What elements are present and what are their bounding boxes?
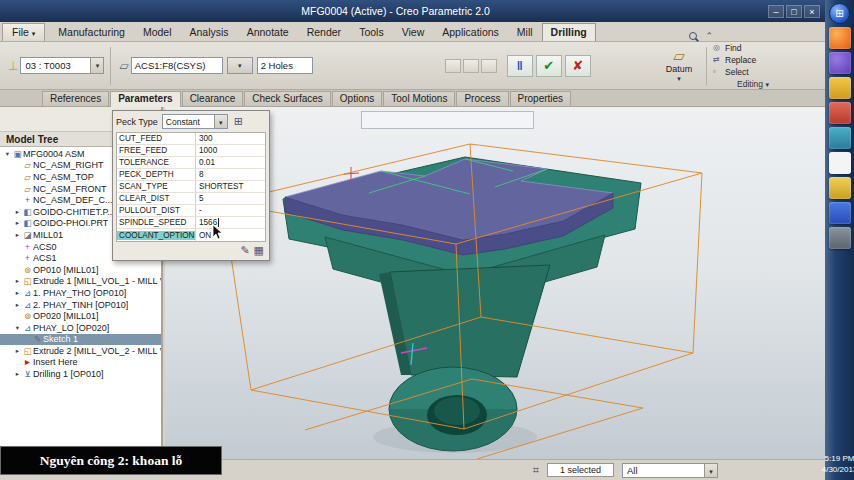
expand-arrow-icon[interactable]: ▸ [13,208,22,216]
parameter-row[interactable]: SCAN_TYPE SHORTEST [117,181,265,193]
v-app-icon[interactable] [829,202,851,224]
param-editor-icon[interactable]: ✎ [240,244,249,257]
display-style-icon[interactable] [448,113,464,127]
expand-arrow-icon[interactable]: ▸ [13,231,22,239]
utility-app-icon[interactable] [829,227,851,249]
pause-button[interactable]: ‖ [507,55,533,77]
ribbon-tab[interactable]: Mill [508,23,542,41]
parameter-value[interactable]: 1566 [195,217,265,228]
reference-type-combo[interactable]: ▾ [227,57,253,74]
ribbon-tab[interactable]: Tools [350,23,393,41]
ribbon-tab[interactable]: Annotate [238,23,298,41]
saved-views-icon[interactable] [516,113,532,127]
expand-arrow-icon[interactable]: ▸ [13,277,22,285]
parameter-value[interactable]: 0.01 [195,157,265,168]
command-search-icon[interactable] [689,32,697,40]
tree-item[interactable]: ▸ ◱ Extrude 1 [MILL_VOL_1 - MILL VOLUM [0,276,161,288]
param-copy-icon[interactable]: ▦ [254,244,264,257]
tree-item[interactable]: ▸ ⊿ 1. PHAY_THO [OP010] [0,287,161,299]
ribbon-tab[interactable]: Model [134,23,181,41]
expand-arrow-icon[interactable]: ▸ [13,370,22,378]
parameter-row[interactable]: TOLERANCE 0.01 [117,157,265,169]
parameter-row[interactable]: FREE_FEED 1000 [117,145,265,157]
expand-arrow-icon[interactable]: ▸ [13,219,22,227]
expand-arrow-icon[interactable]: ▾ [13,324,22,332]
ribbon-tab[interactable]: Manufacturing [49,23,134,41]
tree-item[interactable]: ✎ Sketch 1 [0,334,161,346]
parameter-value[interactable]: 300 [195,133,265,144]
ribbon-tab[interactable]: Applications [433,23,508,41]
parameter-row[interactable]: CLEAR_DIST 5 [117,193,265,205]
parameter-value[interactable]: 1000 [195,145,265,156]
holes-collector-field[interactable]: 2 Holes [257,57,313,74]
expand-arrow-icon[interactable]: ▸ [13,347,22,355]
dashboard-tab[interactable]: Properties [510,91,572,106]
parameter-value[interactable]: - [195,205,265,216]
dashboard-tab[interactable]: Parameters [110,91,180,107]
tree-item[interactable]: ▾ ⊿ PHAY_LO [OP020] [0,322,161,334]
media-player-icon[interactable] [829,52,851,74]
taskbar-clock[interactable]: 5:19 PM 4/30/2013 [822,454,854,476]
parameter-value[interactable]: 8 [195,169,265,180]
messenger-icon[interactable] [829,127,851,149]
tree-item[interactable]: ▸ ◱ Extrude 2 [MILL_VOL_2 - MILL VOLUM [0,345,161,357]
file-menu-button[interactable]: File ▾ [2,23,45,41]
editing-command[interactable]: ◎ Find [713,42,793,54]
maximize-button[interactable]: □ [786,5,802,18]
gouge-check-icon[interactable] [463,59,479,73]
start-button[interactable]: ⊞ [829,3,850,24]
filter-combo[interactable]: All ▾ [622,463,718,478]
cl-data-icon[interactable] [445,59,461,73]
repaint-icon[interactable] [414,113,430,127]
datum-display-icon[interactable] [465,113,481,127]
photos-icon[interactable] [829,77,851,99]
tree-item[interactable]: ▸ ⊻ Drilling 1 [OP010] [0,368,161,380]
dashboard-tab[interactable]: References [42,91,109,106]
parameter-value[interactable]: 5 [195,193,265,204]
refit-icon[interactable] [363,113,379,127]
dashboard-tab[interactable]: Options [332,91,382,106]
play-path-icon[interactable] [481,59,497,73]
ribbon-tab[interactable]: View [393,23,434,41]
dashboard-tab[interactable]: Check Surfaces [244,91,331,106]
tool-select-combo[interactable]: 03 : T0003 ▾ [20,57,104,74]
shading-icon[interactable] [431,113,447,127]
peck-type-combo[interactable]: Constant ▾ [162,114,228,129]
parameter-row[interactable]: COOLANT_OPTION ON [117,229,265,241]
firefox-icon[interactable] [829,27,851,49]
selection-filter-icon[interactable]: ⌗ [533,464,539,477]
parameter-value[interactable]: ON [195,229,265,241]
parameter-row[interactable]: CUT_FEED 300 [117,133,265,145]
ribbon-tab[interactable]: Render [298,23,350,41]
dashboard-tab[interactable]: Process [456,91,508,106]
parameter-row[interactable]: PECK_DEPTH 8 [117,169,265,181]
tree-item[interactable]: ⊚ OP010 [MILL01] [0,264,161,276]
tree-item[interactable]: ► Insert Here [0,357,161,369]
ribbon-tab[interactable]: Drilling [542,23,596,41]
csys-reference-field[interactable]: ACS1:F8(CSYS) [131,57,223,74]
parameter-row[interactable]: SPINDLE_SPEED 1566 [117,217,265,229]
param-grid-icon[interactable]: ⊞ [234,115,243,128]
editing-command[interactable]: ⇄ Replace [713,54,793,66]
ribbon-tab[interactable]: Analysis [181,23,238,41]
zoom-in-icon[interactable] [380,113,396,127]
datum-group-button[interactable]: ▱ Datum ▾ [658,48,700,82]
parameter-value[interactable]: SHORTEST [195,181,265,192]
expand-arrow-icon[interactable]: ▾ [3,150,12,158]
close-button[interactable]: × [804,5,820,18]
spin-center-icon[interactable] [482,113,498,127]
cancel-button[interactable]: ✘ [565,55,591,77]
parameter-row[interactable]: PULLOUT_DIST - [117,205,265,217]
ribbon-collapse-icon[interactable]: ⌃ [705,31,713,41]
ok-button[interactable]: ✔ [536,55,562,77]
zoom-out-icon[interactable] [397,113,413,127]
excel-icon[interactable] [829,177,851,199]
word-icon[interactable] [829,152,851,174]
media-center-icon[interactable] [829,102,851,124]
tree-item[interactable]: ⊚ OP020 [MILL01] [0,310,161,322]
editing-command[interactable]: ▫ Select [713,66,793,78]
tree-item[interactable]: ▸ ⊿ 2. PHAY_TINH [OP010] [0,299,161,311]
expand-arrow-icon[interactable]: ▸ [13,289,22,297]
dashboard-tab[interactable]: Clearance [182,91,244,106]
dashboard-tab[interactable]: Tool Motions [383,91,455,106]
